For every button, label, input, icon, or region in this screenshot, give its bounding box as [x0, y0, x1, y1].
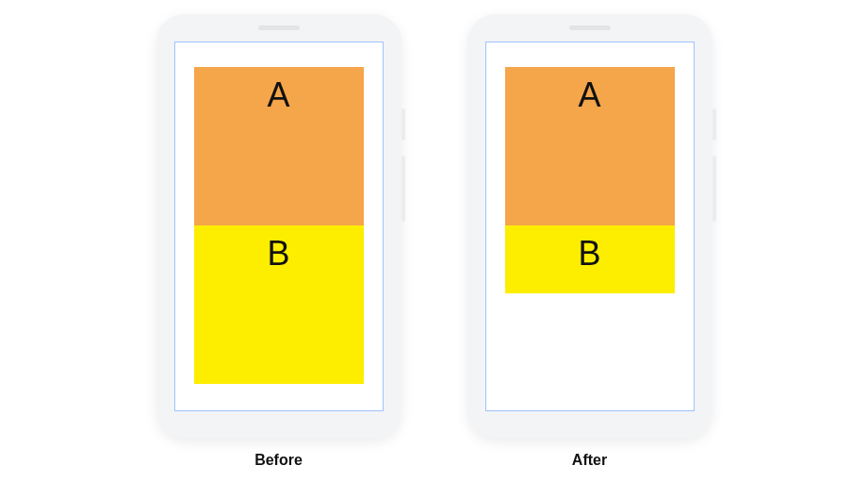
phone-mockup-before: A B: [156, 14, 401, 439]
caption-before: Before: [254, 452, 303, 469]
power-button-icon: [712, 108, 716, 141]
block-b-before: B: [194, 225, 364, 384]
diagram-stage: A B Before A B After: [0, 0, 868, 482]
phone-screen-after: A B: [485, 42, 695, 411]
after-group: A B After: [467, 14, 712, 469]
phone-mockup-after: A B: [467, 14, 712, 439]
volume-button-icon: [401, 156, 405, 222]
phone-screen-before: A B: [174, 42, 384, 411]
volume-button-icon: [712, 156, 716, 222]
before-group: A B Before: [156, 14, 401, 469]
power-button-icon: [401, 108, 405, 141]
block-a-before: A: [194, 67, 364, 225]
block-a-after: A: [505, 67, 675, 225]
block-b-after: B: [505, 225, 675, 293]
caption-after: After: [572, 452, 607, 469]
